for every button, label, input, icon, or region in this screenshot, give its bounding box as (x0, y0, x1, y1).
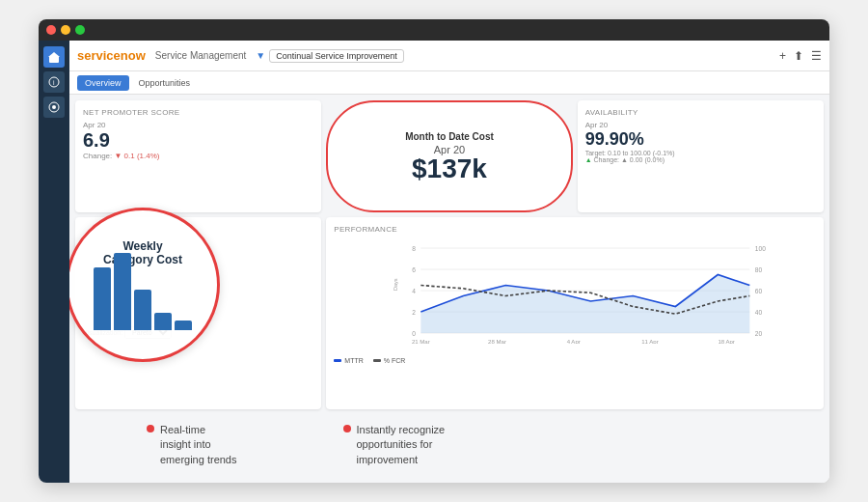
fcr-dot (373, 359, 381, 362)
weekly-circle-highlight: WeeklyCategory Cost (69, 208, 220, 362)
topbar: servicenow Service Management ▼ Continua… (69, 41, 829, 71)
perf-legend: MTTR % FCR (334, 357, 816, 364)
svg-text:20: 20 (755, 330, 763, 337)
nps-card: Net Promoter Score Apr 20 6.9 Change: ▼ … (75, 100, 321, 212)
perf-title: Performance (334, 225, 816, 234)
brand-name: servicenow (77, 48, 146, 63)
bar-chart (89, 272, 197, 330)
bar-1 (94, 267, 111, 330)
sidebar-config-icon[interactable] (43, 97, 65, 118)
avail-date: Apr 20 (585, 121, 816, 129)
annotation-1-text: Real-time insight into emerging trends (160, 423, 237, 467)
tab-overview[interactable]: Overview (77, 75, 129, 91)
legend-fcr: % FCR (373, 357, 406, 364)
nps-change-value: ▼ 0.1 (1.4%) (114, 152, 159, 160)
bar-3 (134, 290, 151, 330)
mttr-dot (334, 359, 341, 362)
add-button[interactable]: + (779, 49, 786, 63)
nps-change: Change: ▼ 0.1 (1.4%) (83, 152, 313, 160)
share-button[interactable]: ⬆ (794, 49, 803, 63)
avail-change: ▲ Change: ▲ 0.00 (0.0%) (585, 156, 816, 163)
perf-chart: 8 6 4 2 0 100 80 60 40 20 (334, 237, 816, 353)
avail-title: Availability (585, 108, 816, 117)
app-window: i servicenow Service Management ▼ Contin… (39, 19, 829, 483)
svg-text:80: 80 (755, 266, 763, 273)
svg-text:28 Mar: 28 Mar (488, 339, 506, 344)
annotation-2-dot (343, 425, 351, 432)
perf-chart-svg: 8 6 4 2 0 100 80 60 40 20 (334, 237, 816, 344)
window-chrome (39, 19, 829, 41)
weekly-card: WeeklyCategory Cost Visualization: Par (75, 217, 321, 409)
svg-text:60: 60 (755, 288, 763, 294)
svg-text:11 Apr: 11 Apr (642, 339, 659, 344)
annotation-2-line3: improvement (357, 454, 419, 465)
main-content: servicenow Service Management ▼ Continua… (69, 41, 829, 483)
svg-text:4: 4 (412, 288, 416, 294)
nps-title: Net Promoter Score (83, 108, 313, 117)
topbar-filter: ▼ Continual Service Improvement (256, 49, 403, 63)
brand-logo: servicenow (77, 48, 146, 63)
legend-mttr: MTTR (334, 357, 363, 364)
close-button[interactable] (46, 25, 56, 35)
svg-text:40: 40 (755, 309, 763, 316)
sidebar-info-icon[interactable]: i (43, 71, 65, 93)
cost-card: Month to Date Cost Apr 20 $137k (326, 100, 572, 212)
annotation-1-line3: emerging trends (160, 454, 237, 465)
annotation-2: Instantly recognize opportunities for im… (343, 423, 446, 475)
svg-text:6: 6 (412, 266, 416, 273)
svg-text:21 Mar: 21 Mar (412, 339, 430, 344)
topbar-actions: + ⬆ ☰ (779, 49, 822, 63)
app-area: i servicenow Service Management ▼ Contin… (39, 41, 829, 483)
bar-5 (175, 321, 192, 330)
annotations-section: Real-time insight into emerging trends I… (69, 415, 829, 483)
app-subtitle: Service Management (155, 50, 247, 61)
subnav: Overview Opportunities (69, 71, 829, 95)
annotation-2-line2: opportunities for (357, 438, 433, 450)
svg-rect-0 (49, 56, 59, 63)
annotation-1: Real-time insight into emerging trends (147, 423, 237, 475)
svg-text:4 Apr: 4 Apr (567, 339, 581, 344)
filter-icon: ▼ (256, 50, 265, 61)
annotation-2-text: Instantly recognize opportunities for im… (357, 423, 446, 467)
avail-value: 99.90% (585, 129, 816, 150)
annotation-1-dot (147, 425, 154, 432)
minimize-button[interactable] (61, 25, 70, 35)
svg-text:18 Apr: 18 Apr (719, 339, 735, 344)
mttr-label: MTTR (344, 357, 363, 364)
dashboard: Net Promoter Score Apr 20 6.9 Change: ▼ … (69, 95, 829, 415)
nps-date: Apr 20 (83, 121, 313, 129)
svg-text:i: i (53, 79, 55, 86)
svg-text:0: 0 (412, 330, 416, 337)
svg-text:2: 2 (412, 309, 416, 316)
bar-2 (114, 253, 131, 330)
svg-text:8: 8 (412, 245, 416, 252)
tab-opportunities[interactable]: Opportunities (131, 75, 199, 91)
fcr-label: % FCR (384, 357, 406, 364)
sidebar-home-icon[interactable] (43, 46, 65, 68)
filter-dropdown[interactable]: Continual Service Improvement (269, 49, 404, 63)
svg-text:Days: Days (393, 278, 398, 291)
performance-card: Performance 8 6 (326, 217, 824, 409)
cost-title: Month to Date Cost (405, 131, 494, 142)
annotation-1-line2: insight into (160, 438, 211, 450)
cost-amount: $137k (412, 155, 487, 182)
svg-point-3 (52, 105, 56, 109)
settings-button[interactable]: ☰ (811, 49, 822, 63)
maximize-button[interactable] (75, 25, 85, 35)
nps-change-label: Change: (83, 152, 114, 160)
avail-target: Target: 0.10 to 100.00 (-0.1%) (585, 150, 816, 156)
svg-text:100: 100 (755, 245, 766, 252)
bar-4 (154, 313, 172, 330)
availability-card: Availability Apr 20 99.90% Target: 0.10 … (578, 100, 824, 212)
fcr-area (421, 275, 750, 334)
sidebar: i (39, 41, 69, 483)
nps-value: 6.9 (83, 129, 313, 152)
